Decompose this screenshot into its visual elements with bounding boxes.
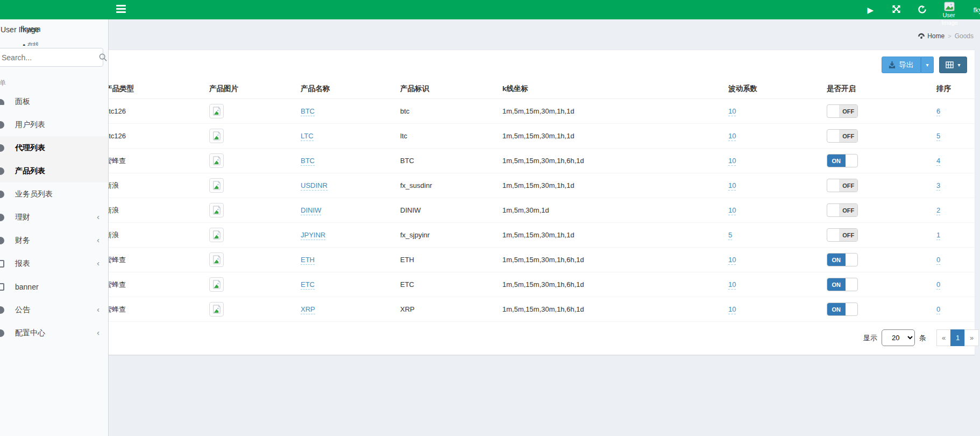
cell-product-image [200, 124, 291, 149]
sort-editable-link[interactable]: 2 [936, 206, 940, 215]
export-button[interactable]: 导出 [882, 57, 921, 73]
product-name-editable-link[interactable]: DINIW [301, 206, 321, 215]
enable-toggle[interactable]: OFF [827, 179, 858, 192]
sidebar-menu-item[interactable]: 报表 ‹ [0, 252, 108, 275]
sidebar-menu-item[interactable]: 公告 ‹ [0, 298, 108, 321]
cell-enabled: OFF [817, 198, 927, 223]
pager-next-button[interactable]: » [964, 329, 979, 346]
sidebar-menu-item[interactable]: 财务 ‹ [0, 229, 108, 252]
product-name-editable-link[interactable]: ETC [301, 280, 315, 290]
cell-product-image [200, 198, 291, 223]
sidebar-item-label: 代理列表 [15, 143, 45, 153]
page-size-label: 显示 [863, 333, 877, 343]
product-name-editable-link[interactable]: LTC [301, 132, 314, 141]
table-row: 新浪 USDINR fx_susdinr 1m,5m,15m,30m,1h,1d… [95, 173, 975, 198]
sort-editable-link[interactable]: 0 [936, 305, 940, 314]
product-thumbnail [209, 178, 224, 193]
fullscreen-icon[interactable] [891, 5, 901, 14]
reports-icon [0, 260, 4, 268]
sidebar-menu-item[interactable]: 配置中心 ‹ [0, 321, 108, 344]
play-icon[interactable]: ▶ [865, 6, 875, 14]
cell-product-code: DINIW [390, 198, 493, 223]
toggle-state-label: ON [827, 303, 846, 315]
enable-toggle[interactable]: OFF [827, 129, 858, 143]
enable-toggle[interactable]: ON [827, 303, 858, 316]
sidebar-menu-item[interactable]: 面板 ‹ [0, 90, 108, 113]
breadcrumb: Home > Goods [918, 32, 974, 40]
enable-toggle[interactable]: ON [827, 253, 858, 266]
page-size-select[interactable]: 20 [882, 329, 915, 346]
col-header-product-type: 产品类型 [95, 79, 200, 99]
sidebar-menu-item[interactable]: 产品列表 ‹ [0, 159, 108, 182]
toggle-state-label: ON [827, 278, 846, 291]
user-online-status[interactable]: ● 在线 [0, 41, 108, 46]
pager-page-1-button[interactable]: 1 [950, 329, 965, 346]
dashboard-icon [0, 99, 4, 105]
cell-product-name: BTC [291, 149, 390, 173]
cell-enabled: ON [817, 248, 927, 272]
product-name-editable-link[interactable]: JPYINR [301, 231, 325, 240]
breadcrumb-home-link[interactable]: Home [918, 32, 945, 40]
sort-editable-link[interactable]: 0 [936, 280, 940, 290]
table-row: btc126 BTC btc 1m,5m,15m,30m,1h,1d 10 [95, 99, 975, 124]
pager-prev-button[interactable]: « [936, 329, 951, 346]
content-header: Home > Goods [87, 19, 980, 50]
cell-product-type: 蜜蜂查 [95, 297, 200, 322]
sidebar-menu-item[interactable]: 业务员列表 ‹ [0, 182, 108, 206]
cell-kline: 1m,5m,15m,30m,1h,6h,1d [493, 149, 719, 173]
coefficient-editable-link[interactable]: 10 [728, 107, 736, 116]
coefficient-editable-link[interactable]: 10 [728, 256, 736, 265]
navbar-user-avatar[interactable]: User Image [943, 0, 957, 19]
coefficient-editable-link[interactable]: 10 [728, 280, 736, 290]
cell-product-code: ETH [390, 248, 493, 272]
sort-editable-link[interactable]: 6 [936, 107, 940, 116]
enable-toggle[interactable]: OFF [827, 203, 858, 217]
coefficient-editable-link[interactable]: 10 [728, 157, 736, 166]
cell-product-type: btc126 [95, 124, 200, 149]
enable-toggle[interactable]: ON [827, 154, 858, 167]
coefficient-editable-link[interactable]: 10 [728, 305, 736, 314]
navbar-username[interactable]: fky [973, 6, 980, 14]
coefficient-editable-link[interactable]: 10 [728, 132, 736, 141]
column-visibility-button[interactable]: ▾ [939, 57, 967, 73]
sort-editable-link[interactable]: 0 [936, 256, 940, 265]
refresh-icon[interactable] [917, 5, 927, 15]
product-name-editable-link[interactable]: USDINR [301, 181, 328, 191]
table-body: btc126 BTC btc 1m,5m,15m,30m,1h,1d 10 [95, 99, 975, 322]
sidebar-item-label: 业务员列表 [15, 189, 53, 199]
sort-editable-link[interactable]: 3 [936, 181, 940, 191]
cell-coefficient: 10 [719, 173, 817, 198]
export-dropdown-caret[interactable]: ▾ [921, 57, 934, 73]
sidebar-menu-item[interactable]: 用户列表 ‹ [0, 113, 108, 136]
table-row: 新浪 JPYINR fx_sjpyinr 1m,5m,15m,30m,1h,1d… [95, 223, 975, 248]
col-header-product-image: 产品图片 [200, 79, 291, 99]
product-name-editable-link[interactable]: ETH [301, 256, 315, 265]
table-row: 新浪 DINIW DINIW 1m,5m,30m,1d 10 OFF [95, 198, 975, 223]
sidebar-menu-item[interactable]: banner ‹ [0, 275, 108, 298]
top-navbar: ▶ User Image fky [0, 0, 980, 19]
sidebar-menu: 面板 ‹ 用户列表 ‹ 代理列表 ‹ 产品列表 ‹ [0, 90, 108, 344]
enable-toggle[interactable]: OFF [827, 104, 858, 118]
search-button[interactable] [99, 48, 107, 66]
sort-editable-link[interactable]: 1 [936, 231, 940, 240]
product-thumbnail [209, 277, 224, 292]
sidebar-toggle-menu-icon[interactable] [116, 5, 126, 13]
coefficient-editable-link[interactable]: 10 [728, 206, 736, 215]
sidebar-menu-item[interactable]: 代理列表 ‹ [0, 136, 108, 159]
product-name-editable-link[interactable]: XRP [301, 305, 315, 314]
cell-product-name: XRP [291, 297, 390, 322]
cell-product-image [200, 173, 291, 198]
sidebar-menu-item[interactable]: 理财 ‹ [0, 206, 108, 229]
sidebar-item-label: 公告 [15, 305, 30, 315]
coefficient-editable-link[interactable]: 5 [728, 231, 732, 240]
sort-editable-link[interactable]: 4 [936, 157, 940, 166]
sort-editable-link[interactable]: 5 [936, 132, 940, 141]
enable-toggle[interactable]: OFF [827, 228, 858, 242]
search-input[interactable] [0, 53, 99, 62]
enable-toggle[interactable]: ON [827, 278, 858, 291]
product-thumbnail [209, 104, 224, 118]
coefficient-editable-link[interactable]: 10 [728, 181, 736, 191]
product-name-editable-link[interactable]: BTC [301, 157, 315, 166]
product-name-editable-link[interactable]: BTC [301, 107, 315, 116]
product-thumbnail [209, 129, 224, 143]
